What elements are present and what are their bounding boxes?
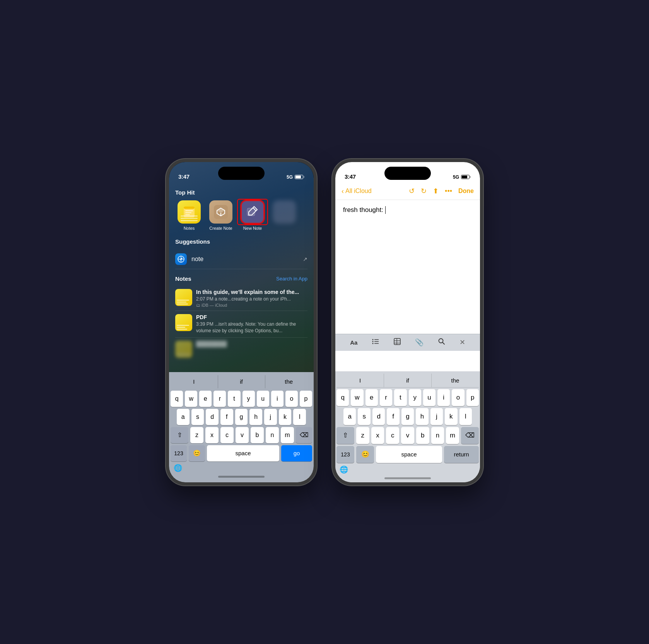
p2-key-123[interactable]: 123 [336, 446, 354, 463]
key-r[interactable]: r [213, 391, 226, 407]
p2-key-emoji[interactable]: 😊 [356, 446, 374, 463]
key-p[interactable]: p [300, 391, 312, 407]
key-t[interactable]: t [228, 391, 240, 407]
key-i[interactable]: i [271, 391, 284, 407]
suggest-i[interactable]: I [171, 375, 217, 388]
key-w[interactable]: w [185, 391, 197, 407]
key-k[interactable]: k [279, 409, 292, 425]
key-e[interactable]: e [199, 391, 212, 407]
nav-back[interactable]: ‹ All iCloud [342, 187, 372, 195]
more-icon[interactable]: ••• [445, 187, 452, 195]
globe-icon-1[interactable]: 🌐 [174, 464, 182, 472]
p2-key-a[interactable]: a [343, 408, 356, 425]
key-a[interactable]: a [177, 409, 190, 425]
key-l[interactable]: l [293, 409, 306, 425]
key-n[interactable]: n [266, 427, 279, 443]
time-2: 3:47 [345, 173, 356, 180]
p2-key-g[interactable]: g [401, 408, 414, 425]
toolbar-table-icon[interactable] [393, 338, 401, 347]
done-button[interactable]: Done [458, 188, 474, 195]
key-shift[interactable]: ⇧ [171, 427, 188, 443]
p2-suggest-i[interactable]: I [336, 374, 384, 387]
key-c[interactable]: c [220, 427, 234, 443]
svg-point-17 [372, 341, 373, 342]
key-h[interactable]: h [249, 409, 262, 425]
suggestion-note[interactable]: note ↗ [175, 249, 307, 269]
p2-key-w[interactable]: w [351, 389, 363, 406]
p2-key-p[interactable]: p [466, 389, 479, 406]
p2-key-c[interactable]: c [386, 427, 399, 444]
search-in-app[interactable]: Search in App [276, 276, 307, 282]
key-123[interactable]: 123 [171, 445, 187, 461]
p2-key-j[interactable]: j [430, 408, 443, 425]
p2-key-d[interactable]: d [372, 408, 385, 425]
note-content-2: PDF 3:39 PM ...isn't already. Note: You … [196, 314, 307, 334]
p2-key-f[interactable]: f [387, 408, 399, 425]
keyboard-row-3: ⇧ z x c v b n m ⌫ [171, 427, 312, 443]
key-go[interactable]: go [281, 445, 312, 461]
globe-icon-2[interactable]: 🌐 [340, 465, 348, 474]
suggest-if[interactable]: if [218, 375, 265, 388]
key-z[interactable]: z [190, 427, 203, 443]
toolbar-attach-icon[interactable]: 📎 [415, 338, 424, 347]
toolbar-list-icon[interactable] [372, 338, 379, 347]
redo-icon[interactable]: ↻ [421, 187, 427, 195]
key-j[interactable]: j [264, 409, 277, 425]
key-g[interactable]: g [235, 409, 248, 425]
p2-key-space[interactable]: space [376, 446, 442, 463]
notes-section-label: Notes [175, 275, 191, 282]
p2-key-i[interactable]: i [437, 389, 450, 406]
p2-key-h[interactable]: h [416, 408, 428, 425]
p2-row-1: q w e r t y u i o p [336, 389, 479, 406]
toolbar-close-icon[interactable]: ✕ [459, 338, 465, 347]
p2-key-b[interactable]: b [416, 427, 429, 444]
key-d[interactable]: d [206, 409, 219, 425]
note-editor[interactable]: fresh thought: [335, 200, 480, 335]
p2-key-o[interactable]: o [452, 389, 464, 406]
p2-key-l[interactable]: l [459, 408, 472, 425]
share-icon[interactable]: ⬆ [433, 187, 439, 195]
p2-suggest-if[interactable]: if [384, 374, 432, 387]
p2-key-t[interactable]: t [394, 389, 406, 406]
key-q[interactable]: q [171, 391, 183, 407]
p2-key-k[interactable]: k [445, 408, 457, 425]
notes-nav: ‹ All iCloud ↺ ↻ ⬆ ••• Done [335, 183, 480, 200]
key-f[interactable]: f [220, 409, 233, 425]
new-note-item[interactable]: New Note [239, 200, 266, 231]
notes-app-item[interactable]: Notes [175, 200, 203, 231]
p2-key-v[interactable]: v [401, 427, 414, 444]
p2-key-shift[interactable]: ⇧ [336, 427, 354, 444]
p2-key-m[interactable]: m [446, 427, 459, 444]
p2-suggest-the[interactable]: the [432, 374, 479, 387]
key-backspace[interactable]: ⌫ [296, 427, 312, 443]
key-x[interactable]: x [205, 427, 219, 443]
key-v[interactable]: v [236, 427, 249, 443]
p2-key-return[interactable]: return [444, 446, 479, 463]
key-space[interactable]: space [207, 445, 279, 461]
p2-key-r[interactable]: r [380, 389, 392, 406]
p2-key-u[interactable]: u [423, 389, 436, 406]
key-u[interactable]: u [257, 391, 269, 407]
p2-key-x[interactable]: x [371, 427, 384, 444]
p2-key-s[interactable]: s [358, 408, 370, 425]
p2-key-q[interactable]: q [336, 389, 349, 406]
key-s[interactable]: s [191, 409, 204, 425]
toolbar-aa-icon[interactable]: Aa [350, 339, 357, 346]
home-indicator-2 [336, 475, 479, 482]
note-item-1[interactable]: In this guide, we'll explain some of the… [175, 286, 307, 311]
note-item-2[interactable]: PDF 3:39 PM ...isn't already. Note: You … [175, 311, 307, 338]
key-emoji[interactable]: 😊 [189, 445, 205, 461]
create-note-item[interactable]: Create Note [207, 200, 235, 231]
key-o[interactable]: o [285, 391, 298, 407]
p2-key-y[interactable]: y [409, 389, 421, 406]
p2-key-z[interactable]: z [356, 427, 369, 444]
p2-key-backspace[interactable]: ⌫ [461, 427, 479, 444]
key-m[interactable]: m [281, 427, 294, 443]
p2-key-n[interactable]: n [431, 427, 444, 444]
suggest-the[interactable]: the [265, 375, 312, 388]
undo-icon[interactable]: ↺ [409, 187, 415, 195]
toolbar-search-icon[interactable] [438, 338, 446, 347]
key-y[interactable]: y [243, 391, 255, 407]
key-b[interactable]: b [251, 427, 264, 443]
p2-key-e[interactable]: e [365, 389, 378, 406]
